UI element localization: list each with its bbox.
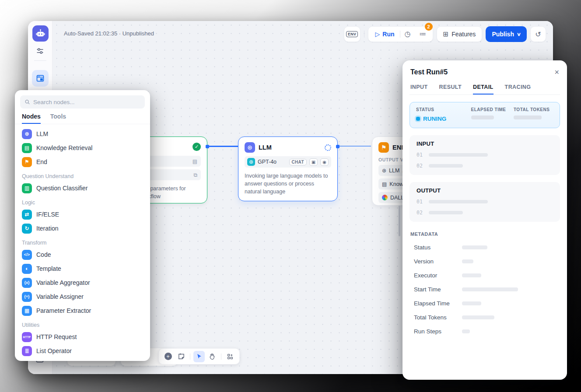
search-box[interactable] — [20, 95, 145, 108]
autosave-status: Auto-Saved 21:02:35 · Unpublished — [64, 30, 154, 37]
top-toolbar: ENV ▷ Run ◷ ≔ 2 ⊞ Features Publish ∨ — [344, 26, 546, 42]
vision-badge-icon: ▣ — [309, 158, 318, 166]
skeleton-loader — [462, 315, 494, 319]
features-button[interactable]: ⊞ Features — [437, 26, 483, 42]
group-label-transform: Transform — [18, 235, 147, 248]
add-node-button[interactable]: + — [162, 351, 174, 362]
workflow-window-button[interactable] — [32, 70, 49, 87]
http-request-icon: HTTP — [22, 332, 32, 342]
tune-sliders-icon[interactable] — [35, 46, 45, 57]
canvas-scrollbar[interactable] — [399, 206, 400, 236]
metadata-row-start-time: Start Time — [410, 286, 560, 293]
edge-llm-to-end[interactable] — [339, 146, 371, 147]
skeleton-loader — [471, 116, 494, 119]
short-text-icon: ▤ — [192, 158, 197, 164]
knowledge-mini-icon: ▤ — [382, 181, 387, 187]
organize-grid-icon — [227, 353, 234, 360]
node-item-llm[interactable]: ⊛ LLM — [18, 127, 147, 141]
template-icon: ◐ — [22, 264, 32, 274]
edge-start-to-llm[interactable] — [207, 146, 238, 147]
end-flag-icon: ⚑ — [22, 157, 32, 167]
env-button[interactable]: ENV — [344, 26, 360, 42]
end-flag-icon: ⚑ — [378, 142, 389, 153]
node-item-http-request[interactable]: HTTP HTTP Request — [18, 330, 147, 344]
run-button[interactable]: ▷ Run — [370, 31, 400, 38]
total-tokens-label: TOTAL TOKENS — [514, 107, 553, 112]
chevron-down-icon: ∨ — [517, 32, 521, 37]
page-background: Auto-Saved 21:02:35 · Unpublished ENV ▷ … — [0, 0, 581, 392]
skeleton-loader — [462, 287, 518, 291]
plus-circle-icon: + — [164, 353, 172, 360]
run-label: Run — [382, 31, 394, 38]
success-check-icon: ✓ — [192, 143, 201, 151]
llm-node[interactable]: ⊛ LLM ⊛ GPT-4o CHAT ▣ ◉ Invoking large l… — [238, 136, 338, 201]
publish-button[interactable]: Publish ∨ — [486, 26, 527, 42]
play-icon: ▷ — [375, 31, 380, 38]
run-button-group: ▷ Run ◷ ≔ 2 — [368, 26, 433, 42]
dalle-icon — [382, 195, 388, 200]
input-section: INPUT 01 02 — [410, 135, 560, 175]
skeleton-loader — [429, 200, 488, 203]
run-history-timer-icon[interactable]: ◷ — [400, 31, 415, 38]
tab-result[interactable]: RESULT — [439, 84, 462, 94]
llm-node-description: Invoking large language models to answer… — [238, 168, 337, 196]
tab-tools[interactable]: Tools — [50, 113, 66, 124]
app-logo-robot-icon[interactable] — [32, 25, 49, 42]
node-item-template[interactable]: ◐ Template — [18, 262, 147, 276]
node-item-knowledge-retrieval[interactable]: ▤ Knowledge Retrieval — [18, 141, 147, 155]
running-spinner-icon — [325, 144, 331, 151]
var-label: LLM — [389, 168, 399, 174]
group-label-question-understand: Question Understand — [18, 169, 147, 181]
llm-icon: ⊛ — [245, 142, 255, 153]
publish-label: Publish — [492, 31, 514, 38]
node-item-question-classifier[interactable]: ▥ Question Classifier — [18, 181, 147, 195]
branch-icon: ⇄ — [22, 210, 32, 220]
hand-mode-button[interactable] — [206, 351, 218, 362]
node-item-code[interactable]: </> Code — [18, 248, 147, 262]
list-operator-icon: ≣ — [22, 346, 32, 356]
hand-icon — [209, 353, 216, 360]
tab-nodes[interactable]: Nodes — [22, 113, 41, 124]
output-section: OUTPUT 01 02 — [410, 182, 560, 222]
node-item-end[interactable]: ⚑ End — [18, 155, 147, 169]
metadata-row-version: Version — [410, 258, 560, 265]
search-input[interactable] — [33, 99, 140, 105]
test-run-panel: Test Run#5 × INPUT RESULT DETAIL TRACING… — [402, 60, 567, 380]
skeleton-loader — [429, 153, 488, 157]
node-item-iteration[interactable]: ↻ Iteration — [18, 221, 147, 235]
line-number: 02 — [416, 163, 423, 169]
version-history-button[interactable]: ↺ — [530, 26, 546, 42]
start-output-port[interactable] — [206, 145, 209, 148]
checklist-icon[interactable]: ≔ — [415, 31, 431, 38]
node-item-if-else[interactable]: ⇄ IF/ELSE — [18, 207, 147, 221]
tab-detail[interactable]: DETAIL — [473, 84, 494, 94]
cursor-pointer-icon — [196, 353, 203, 360]
add-note-button[interactable] — [175, 351, 187, 362]
pointer-mode-button[interactable] — [193, 351, 205, 362]
tab-input[interactable]: INPUT — [410, 84, 428, 94]
rail-divider — [34, 60, 46, 61]
tab-tracing[interactable]: TRACING — [505, 84, 531, 94]
organize-nodes-button[interactable] — [224, 351, 236, 362]
node-item-variable-assigner[interactable]: {=} Variable Assigner — [18, 290, 147, 304]
loop-icon: ↻ — [22, 224, 32, 234]
run-panel-tabs: INPUT RESULT DETAIL TRACING — [410, 84, 560, 95]
llm-output-port[interactable] — [336, 145, 340, 148]
node-list: ⊛ LLM ▤ Knowledge Retrieval ⚑ End Questi… — [15, 124, 150, 360]
skeleton-loader — [514, 116, 542, 119]
metadata-row-elapsed-time: Elapsed Time — [410, 300, 560, 307]
llm-node-header: ⊛ LLM — [238, 137, 337, 156]
parameter-extractor-icon: ▦ — [22, 306, 32, 316]
paragraph-icon: ⧉ — [193, 172, 197, 178]
node-item-variable-aggregator[interactable]: {x} Variable Aggregator — [18, 276, 147, 290]
features-grid-icon: ⊞ — [443, 30, 449, 38]
node-item-parameter-extractor[interactable]: ▦ Parameter Extractor — [18, 304, 147, 318]
chat-mode-badge: CHAT — [289, 159, 307, 165]
toolbar-divider — [190, 354, 190, 360]
close-icon[interactable]: × — [554, 68, 559, 76]
running-dot-icon — [416, 117, 420, 121]
node-item-list-operator[interactable]: ≣ List Operator — [18, 344, 147, 358]
skeleton-loader — [462, 245, 487, 249]
llm-node-title: LLM — [259, 144, 272, 151]
model-selector[interactable]: ⊛ GPT-4o CHAT ▣ ◉ — [245, 156, 331, 168]
